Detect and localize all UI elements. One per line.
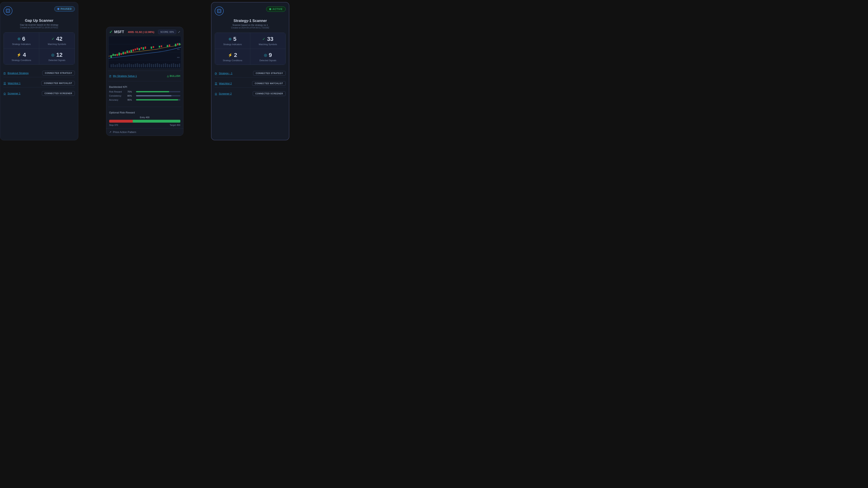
rr-labels: Stop 370 Target 450 <box>109 124 180 126</box>
right-strategy-indicators-label: Strategy Indicators <box>223 43 242 45</box>
right-connected-screener-button[interactable]: CONNECTED SCREENER <box>253 91 286 96</box>
right-card-title-block: Strategy-1 Scanner Scanner based on the … <box>215 19 286 29</box>
detail-card-header: ✓ MSFT 400$ -51.92 (-12.98%) SCORE: 83% … <box>106 27 183 36</box>
left-scanner-card: PAUSED Gap Up Scanner Gap Up scanner bas… <box>0 2 78 140</box>
svg-rect-45 <box>136 63 138 67</box>
left-matching-symbols-value: 42 <box>56 36 62 42</box>
left-strategy-indicators-label: Strategy Indicators <box>12 43 31 45</box>
svg-rect-66 <box>179 63 180 67</box>
kpi-accuracy-bar-fill <box>136 99 178 100</box>
right-metric-matching-symbols: ✓ 33 Matching Symbols <box>250 33 285 49</box>
left-connected-watchlist-button[interactable]: CONNECTED WATCHLIST <box>41 81 75 86</box>
svg-rect-43 <box>132 64 134 67</box>
right-strategy-conditions-icon: ⚡ <box>228 53 232 57</box>
left-detected-signals-label: Detected Signals <box>49 59 65 61</box>
right-detected-signals-icon: ◎ <box>264 53 267 57</box>
detail-card: ✓ MSFT 400$ -51.92 (-12.98%) SCORE: 83% … <box>106 27 183 136</box>
svg-rect-58 <box>163 64 164 67</box>
kpi-title: Backtested KPI <box>109 85 180 88</box>
kpi-consistency-label: Consistency <box>109 95 125 97</box>
symbol-row: ✓ MSFT <box>109 29 124 34</box>
kpi-consistency-pct: 80% <box>127 95 134 97</box>
kpi-consistency-bar-bg <box>136 95 180 96</box>
strategy-row: ⟳ My Strategy Setup 1 △ BULLISH <box>106 73 183 79</box>
matching-symbols-icon: ✓ <box>52 37 55 41</box>
svg-rect-62 <box>171 64 172 67</box>
rr-bar-target <box>133 120 180 123</box>
strategy-link[interactable]: ⟳ My Strategy Setup 1 <box>109 74 137 78</box>
right-metric-detected-signals: ◎ 9 Detected Signals <box>250 49 285 65</box>
kpi-section: Backtested KPI Risk Reward 75% Consisten… <box>106 83 183 105</box>
detail-actions: SCORE: 83% ⤢ <box>158 30 180 34</box>
svg-rect-50 <box>147 64 148 67</box>
svg-rect-53 <box>153 64 154 67</box>
left-metric-detected-signals: ◎ 12 Detected Signals <box>39 49 74 64</box>
expand-icon[interactable]: ⤢ <box>178 30 180 34</box>
left-matching-symbols-label: Matching Symbols <box>48 43 66 45</box>
left-metrics-grid: ⊜ 6 Strategy Indicators ✓ 42 Matching Sy… <box>3 32 75 65</box>
left-connected-screener-button[interactable]: CONNECTED SCREENER <box>42 91 75 96</box>
left-screener-connection: ⊙ Screener 1 CONNECTED SCREENER <box>3 89 75 97</box>
svg-rect-36 <box>119 63 120 67</box>
svg-rect-65 <box>177 64 178 67</box>
right-card-header: ACTIVE <box>215 6 286 16</box>
left-strategy-connection: ⟳ Breakout Strategy CONNECTED STRATEGY <box>3 69 75 77</box>
kpi-accuracy-bar-bg <box>136 99 180 100</box>
strategy-link-icon: ⟳ <box>3 71 6 75</box>
svg-rect-0 <box>6 9 10 12</box>
pap-row[interactable]: ↗ Price Action Pattern <box>106 128 183 135</box>
svg-rect-64 <box>175 64 176 67</box>
svg-rect-39 <box>125 64 126 67</box>
svg-rect-26 <box>141 47 142 49</box>
right-watchlist-link-icon: ☰ <box>215 82 217 85</box>
left-watchlist-link[interactable]: ☰ Watchlist 1 <box>3 82 21 85</box>
svg-rect-34 <box>115 65 116 67</box>
right-connected-strategy-button[interactable]: CONNECTED STRATEGY <box>253 71 286 75</box>
strategy-conditions-icon: ⚡ <box>17 53 21 57</box>
svg-rect-5 <box>111 55 112 58</box>
left-strategy-link[interactable]: ⟳ Breakout Strategy <box>3 71 29 75</box>
pap-label: Price Action Pattern <box>113 130 136 133</box>
right-strategy-conditions-label: Strategy Conditions <box>223 59 242 62</box>
left-screener-link[interactable]: ⊙ Screener 1 <box>3 92 21 95</box>
right-screener-link[interactable]: ⊙ Screener 2 <box>215 92 232 95</box>
svg-rect-1 <box>7 10 9 12</box>
svg-rect-33 <box>113 64 114 67</box>
right-matching-symbols-label: Matching Symbols <box>259 43 277 45</box>
svg-rect-19 <box>117 54 118 56</box>
svg-rect-28 <box>153 46 154 48</box>
left-strategy-conditions-value: 4 <box>23 52 26 58</box>
right-metric-strategy-indicators: ⊜ 5 Strategy Indicators <box>215 33 250 49</box>
svg-rect-24 <box>134 49 136 50</box>
svg-rect-7 <box>115 54 116 56</box>
chart-area: 440 420 400 <box>108 36 181 68</box>
kpi-risk-reward-bar-bg <box>136 91 180 92</box>
left-metric-matching-symbols: ✓ 42 Matching Symbols <box>39 33 74 49</box>
bullish-badge: △ BULLISH <box>167 74 180 78</box>
svg-rect-16 <box>167 45 168 47</box>
svg-rect-55 <box>157 63 158 67</box>
svg-rect-17 <box>175 44 176 47</box>
symbol-check-icon: ✓ <box>109 29 113 34</box>
svg-rect-22 <box>128 51 130 52</box>
right-connected-watchlist-button[interactable]: CONNECTED WATCHLIST <box>252 81 286 86</box>
svg-rect-42 <box>130 64 132 67</box>
right-watchlist-link[interactable]: ☰ Watchlist 2 <box>215 82 232 85</box>
right-scanner-card: ACTIVE Strategy-1 Scanner Scanner based … <box>211 2 289 140</box>
svg-rect-27 <box>145 47 146 49</box>
right-screener-link-icon: ⊙ <box>215 92 217 95</box>
right-strategy-indicators-icon: ⊜ <box>228 37 231 41</box>
svg-rect-20 <box>121 53 122 55</box>
left-connected-strategy-button[interactable]: CONNECTED STRATEGY <box>42 71 75 75</box>
svg-rect-70 <box>217 9 221 13</box>
svg-text:400: 400 <box>177 57 180 58</box>
right-strategy-link[interactable]: ⟳ Strategy - 1 <box>215 72 232 75</box>
left-metric-strategy-indicators: ⊜ 6 Strategy Indicators <box>4 33 39 49</box>
left-status-badge: PAUSED <box>54 6 75 11</box>
svg-rect-59 <box>165 63 166 67</box>
svg-text:420: 420 <box>177 49 180 50</box>
rr-target-label: Target 450 <box>170 124 180 126</box>
svg-rect-12 <box>139 48 140 50</box>
svg-rect-44 <box>134 64 136 67</box>
left-card-header: PAUSED <box>3 6 75 15</box>
